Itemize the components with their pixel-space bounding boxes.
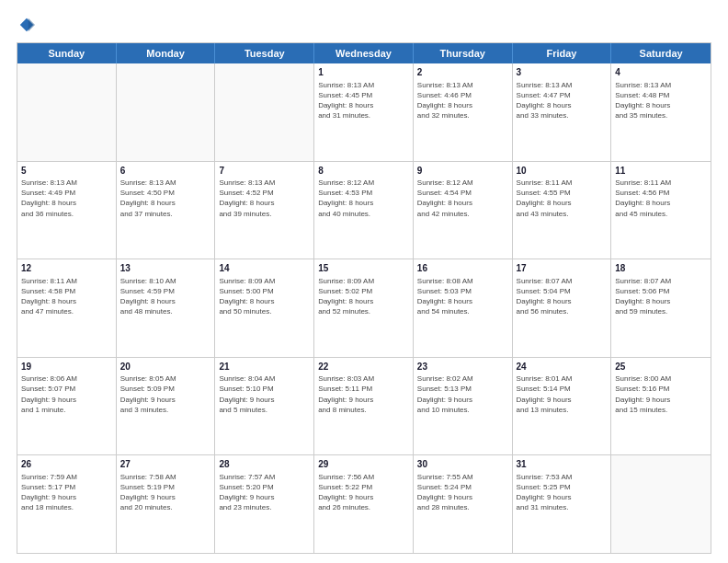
page: SundayMondayTuesdayWednesdayThursdayFrid… [0,0,728,563]
day-number: 23 [417,361,508,373]
calendar-row: 5Sunrise: 8:13 AM Sunset: 4:49 PM Daylig… [17,162,711,260]
day-number: 8 [318,165,409,178]
day-info: Sunrise: 8:12 AM Sunset: 4:54 PM Dayligh… [417,178,508,219]
calendar-cell: 14Sunrise: 8:09 AM Sunset: 5:00 PM Dayli… [215,259,314,357]
day-info: Sunrise: 8:11 AM Sunset: 4:56 PM Dayligh… [615,178,707,219]
day-info: Sunrise: 8:13 AM Sunset: 4:47 PM Dayligh… [517,80,608,121]
logo [17,17,35,33]
day-number: 30 [417,458,508,471]
calendar-cell: 9Sunrise: 8:12 AM Sunset: 4:54 PM Daylig… [414,162,513,259]
calendar-cell: 6Sunrise: 8:13 AM Sunset: 4:50 PM Daylig… [117,162,216,259]
day-info: Sunrise: 8:09 AM Sunset: 5:02 PM Dayligh… [318,276,409,317]
day-info: Sunrise: 8:00 AM Sunset: 5:16 PM Dayligh… [615,373,707,415]
calendar-cell: 27Sunrise: 7:58 AM Sunset: 5:19 PM Dayli… [117,455,216,553]
weekday-header: Thursday [414,43,513,63]
day-number: 7 [219,165,310,178]
day-number: 18 [615,262,707,275]
day-number: 22 [318,361,409,373]
calendar-cell: 30Sunrise: 7:55 AM Sunset: 5:24 PM Dayli… [414,455,513,553]
day-info: Sunrise: 8:12 AM Sunset: 4:53 PM Dayligh… [318,178,409,219]
calendar-cell: 25Sunrise: 8:00 AM Sunset: 5:16 PM Dayli… [611,358,711,455]
day-info: Sunrise: 8:13 AM Sunset: 4:46 PM Dayligh… [417,80,508,121]
calendar-cell: 4Sunrise: 8:13 AM Sunset: 4:48 PM Daylig… [611,63,711,161]
day-info: Sunrise: 8:03 AM Sunset: 5:11 PM Dayligh… [318,373,409,415]
weekday-header: Tuesday [215,43,314,63]
day-info: Sunrise: 8:13 AM Sunset: 4:50 PM Dayligh… [120,178,211,219]
day-info: Sunrise: 8:04 AM Sunset: 5:10 PM Dayligh… [219,373,310,415]
day-info: Sunrise: 8:11 AM Sunset: 4:55 PM Dayligh… [517,178,608,219]
weekday-header: Friday [513,43,612,63]
day-number: 17 [517,262,608,275]
day-number: 11 [615,165,707,178]
day-info: Sunrise: 8:13 AM Sunset: 4:52 PM Dayligh… [219,178,310,219]
calendar-cell: 23Sunrise: 8:02 AM Sunset: 5:13 PM Dayli… [414,358,513,455]
day-info: Sunrise: 8:10 AM Sunset: 4:59 PM Dayligh… [120,276,211,317]
calendar-cell: 28Sunrise: 7:57 AM Sunset: 5:20 PM Dayli… [215,455,314,553]
calendar-row: 26Sunrise: 7:59 AM Sunset: 5:17 PM Dayli… [17,455,711,553]
calendar-row: 1Sunrise: 8:13 AM Sunset: 4:45 PM Daylig… [17,63,711,162]
day-number: 12 [21,262,112,275]
calendar-cell [17,63,117,161]
calendar-cell: 24Sunrise: 8:01 AM Sunset: 5:14 PM Dayli… [513,358,612,455]
calendar-cell: 13Sunrise: 8:10 AM Sunset: 4:59 PM Dayli… [117,259,216,357]
calendar-cell: 10Sunrise: 8:11 AM Sunset: 4:55 PM Dayli… [513,162,612,259]
day-number: 2 [417,66,508,79]
calendar-cell: 12Sunrise: 8:11 AM Sunset: 4:58 PM Dayli… [17,259,117,357]
day-info: Sunrise: 7:57 AM Sunset: 5:20 PM Dayligh… [219,472,310,513]
calendar-cell [215,63,314,161]
weekday-header: Sunday [17,43,117,63]
calendar-cell: 31Sunrise: 7:53 AM Sunset: 5:25 PM Dayli… [513,455,612,553]
day-number: 5 [21,165,112,178]
day-info: Sunrise: 8:06 AM Sunset: 5:07 PM Dayligh… [21,373,112,415]
day-number: 14 [219,262,310,275]
calendar-cell: 2Sunrise: 8:13 AM Sunset: 4:46 PM Daylig… [414,63,513,161]
day-info: Sunrise: 8:11 AM Sunset: 4:58 PM Dayligh… [21,276,112,317]
calendar-header: SundayMondayTuesdayWednesdayThursdayFrid… [17,43,711,63]
day-number: 4 [615,66,707,79]
calendar-cell: 19Sunrise: 8:06 AM Sunset: 5:07 PM Dayli… [17,358,117,455]
calendar-cell: 11Sunrise: 8:11 AM Sunset: 4:56 PM Dayli… [611,162,711,259]
day-info: Sunrise: 7:56 AM Sunset: 5:22 PM Dayligh… [318,472,409,513]
day-number: 6 [120,165,211,178]
calendar-cell: 26Sunrise: 7:59 AM Sunset: 5:17 PM Dayli… [17,455,117,553]
day-info: Sunrise: 8:05 AM Sunset: 5:09 PM Dayligh… [120,373,211,415]
day-info: Sunrise: 8:09 AM Sunset: 5:00 PM Dayligh… [219,276,310,317]
day-info: Sunrise: 7:59 AM Sunset: 5:17 PM Dayligh… [21,472,112,513]
day-number: 29 [318,458,409,471]
calendar-row: 12Sunrise: 8:11 AM Sunset: 4:58 PM Dayli… [17,259,711,358]
calendar-cell: 8Sunrise: 8:12 AM Sunset: 4:53 PM Daylig… [314,162,414,259]
header [17,17,711,33]
day-info: Sunrise: 8:13 AM Sunset: 4:45 PM Dayligh… [318,80,409,121]
day-number: 15 [318,262,409,275]
weekday-header: Monday [117,43,216,63]
day-info: Sunrise: 8:13 AM Sunset: 4:49 PM Dayligh… [21,178,112,219]
calendar-cell: 7Sunrise: 8:13 AM Sunset: 4:52 PM Daylig… [215,162,314,259]
day-number: 19 [21,361,112,373]
day-info: Sunrise: 8:01 AM Sunset: 5:14 PM Dayligh… [517,373,608,415]
calendar-cell: 20Sunrise: 8:05 AM Sunset: 5:09 PM Dayli… [117,358,216,455]
calendar-cell: 15Sunrise: 8:09 AM Sunset: 5:02 PM Dayli… [314,259,414,357]
day-number: 20 [120,361,211,373]
day-number: 13 [120,262,211,275]
day-number: 3 [517,66,608,79]
calendar-cell: 18Sunrise: 8:07 AM Sunset: 5:06 PM Dayli… [611,259,711,357]
day-info: Sunrise: 8:02 AM Sunset: 5:13 PM Dayligh… [417,373,508,415]
day-number: 1 [318,66,409,79]
day-number: 31 [517,458,608,471]
day-info: Sunrise: 7:53 AM Sunset: 5:25 PM Dayligh… [517,472,608,513]
day-number: 16 [417,262,508,275]
calendar: SundayMondayTuesdayWednesdayThursdayFrid… [17,42,711,554]
day-info: Sunrise: 8:07 AM Sunset: 5:04 PM Dayligh… [517,276,608,317]
weekday-header: Saturday [611,43,711,63]
calendar-cell: 3Sunrise: 8:13 AM Sunset: 4:47 PM Daylig… [513,63,612,161]
day-number: 25 [615,361,707,373]
calendar-cell: 1Sunrise: 8:13 AM Sunset: 4:45 PM Daylig… [314,63,414,161]
day-number: 9 [417,165,508,178]
logo-icon [18,17,35,33]
calendar-cell [611,455,711,553]
weekday-header: Wednesday [314,43,414,63]
calendar-body: 1Sunrise: 8:13 AM Sunset: 4:45 PM Daylig… [17,63,711,553]
day-number: 28 [219,458,310,471]
day-info: Sunrise: 8:07 AM Sunset: 5:06 PM Dayligh… [615,276,707,317]
calendar-cell: 29Sunrise: 7:56 AM Sunset: 5:22 PM Dayli… [314,455,414,553]
